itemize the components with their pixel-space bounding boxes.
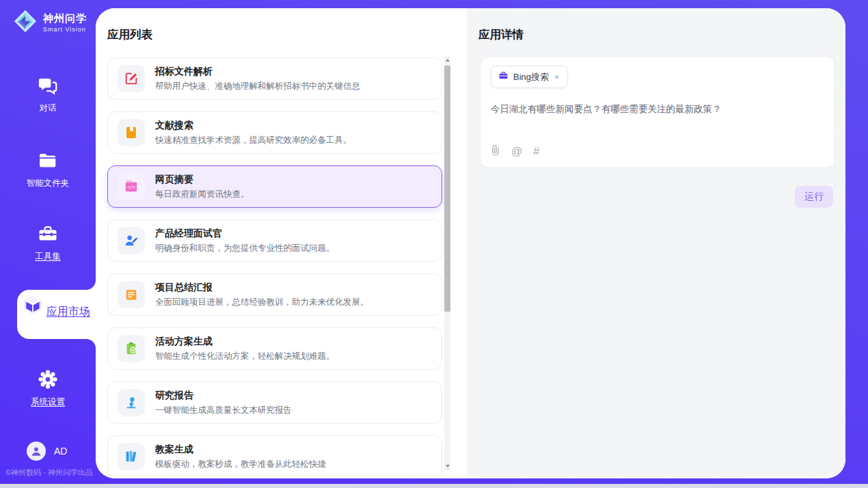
hash-icon[interactable]: # [533,146,539,158]
svg-text:</>: </> [127,185,135,190]
sidebar-item-smart-folder[interactable]: 智能文件夹 [0,150,96,189]
app-title: 项目总结汇报 [155,282,369,294]
app-title: 活动方案生成 [155,336,335,348]
tool-tag-label: Bing搜索 [513,71,549,83]
sidebar: 神州问学 Smart Vision 对话 智能文件夹 [0,0,96,484]
briefcase-icon [498,70,508,83]
tool-tag-bing-search[interactable]: Bing搜索 × [491,66,568,88]
close-icon[interactable]: × [554,72,560,82]
user-account[interactable]: AD [27,442,67,461]
brand-name: 神州问学 [43,12,87,25]
sidebar-item-app-market[interactable]: 应用市场 [17,290,96,339]
sidebar-item-chat[interactable]: 对话 [0,75,96,114]
chat-icon [38,75,58,98]
app-window: 神州问学 Smart Vision 对话 智能文件夹 [0,0,868,484]
scroll-down-icon[interactable] [444,462,450,470]
research-report-icon [118,389,145,416]
list-item-lesson-plan[interactable]: 教案生成 模板驱动，教案秒成，教学准备从此轻松快捷 [107,435,442,478]
main-content: 应用列表 招标文件解析 帮助用户快速、准确地理解和解析招标书中的关键信息 [96,8,845,478]
app-desc: 明确身份和职责，为您提供专业性的面试问题。 [155,243,335,254]
sidebar-item-label: 工具集 [0,251,96,262]
app-title: 教案生成 [155,444,326,456]
app-title: 招标文件解析 [155,66,360,78]
event-plan-icon [118,335,145,362]
list-item-tender-parse[interactable]: 招标文件解析 帮助用户快速、准确地理解和解析招标书中的关键信息 [107,57,442,100]
app-desc: 模板驱动，教案秒成，教学准备从此轻松快捷 [155,459,326,470]
gear-icon [38,369,58,392]
paperclip-icon[interactable] [491,144,500,159]
list-item-pm-interviewer[interactable]: 产品经理面试官 明确身份和职责，为您提供专业性的面试问题。 [107,219,442,262]
scrollbar-thumb[interactable] [444,66,450,312]
pm-interviewer-icon [118,227,145,254]
app-title: 文献搜索 [155,120,352,132]
literature-search-icon [118,119,145,146]
sidebar-item-label: 对话 [0,103,96,114]
app-list-title: 应用列表 [107,27,152,42]
app-title: 产品经理面试官 [155,228,335,240]
app-list: 招标文件解析 帮助用户快速、准确地理解和解析招标书中的关键信息 文献搜索 快速精… [107,57,442,478]
sidebar-item-label: 智能文件夹 [0,178,96,189]
list-item-web-summary[interactable]: </> 网页摘要 每日政府新闻资讯快查。 [107,165,442,208]
sidebar-item-label: 系统设置 [0,396,96,408]
run-button[interactable]: 运行 [795,186,833,208]
app-desc: 智能生成个性化活动方案，轻松解决规划难题。 [155,351,335,362]
app-title: 研究报告 [155,390,292,402]
app-desc: 一键智能生成高质量长文本研究报告 [155,405,292,416]
user-name: AD [54,446,67,457]
person-icon [30,445,42,457]
list-item-research-report[interactable]: 研究报告 一键智能生成高质量长文本研究报告 [107,381,442,424]
mention-icon[interactable]: @ [511,146,522,158]
brand-tagline: Smart Vision [43,26,87,33]
list-scrollbar[interactable] [444,56,450,470]
project-report-icon [118,281,145,308]
app-desc: 全面回顾项目进展，总结经验教训，助力未来优化发展。 [155,297,369,308]
attachment-toolbar: @ # [491,144,824,159]
list-item-project-report[interactable]: 项目总结汇报 全面回顾项目进展，总结经验教训，助力未来优化发展。 [107,273,442,316]
sidebar-item-settings[interactable]: 系统设置 [0,369,96,408]
sidebar-item-label: 应用市场 [46,306,90,317]
list-item-literature-search[interactable]: 文献搜索 快速精准查找学术资源，提高研究效率的必备工具。 [107,111,442,154]
app-title: 网页摘要 [155,174,249,186]
web-summary-icon: </> [118,173,145,200]
folder-icon [38,150,58,174]
diamond-logo-icon [12,8,38,37]
sidebar-item-toolset[interactable]: 工具集 [0,223,96,262]
query-text[interactable]: 今日湖北有哪些新闻要点？有哪些需要关注的最新政策？ [491,103,824,116]
copyright-text: ©神州数码 · 神州问学出品 [5,467,93,478]
tender-parse-icon [118,65,145,92]
app-detail-title: 应用详情 [478,27,524,42]
app-desc: 帮助用户快速、准确地理解和解析招标书中的关键信息 [155,81,360,92]
brand-logo: 神州问学 Smart Vision [12,8,87,37]
toolbox-icon [38,223,58,247]
cube-icon [23,306,46,317]
avatar [27,442,46,461]
app-detail-panel: 应用详情 Bing搜索 × 今日湖北有哪些新闻要点？有哪些需要关注的最新政策？ [467,8,845,478]
app-list-panel: 应用列表 招标文件解析 帮助用户快速、准确地理解和解析招标书中的关键信息 [96,8,467,478]
app-desc: 每日政府新闻资讯快查。 [155,189,249,200]
app-desc: 快速精准查找学术资源，提高研究效率的必备工具。 [155,135,352,146]
scroll-up-icon[interactable] [444,56,450,64]
prompt-card[interactable]: Bing搜索 × 今日湖北有哪些新闻要点？有哪些需要关注的最新政策？ @ # [480,56,835,168]
list-item-event-plan[interactable]: 活动方案生成 智能生成个性化活动方案，轻松解决规划难题。 [107,327,442,370]
lesson-plan-icon [118,443,145,470]
